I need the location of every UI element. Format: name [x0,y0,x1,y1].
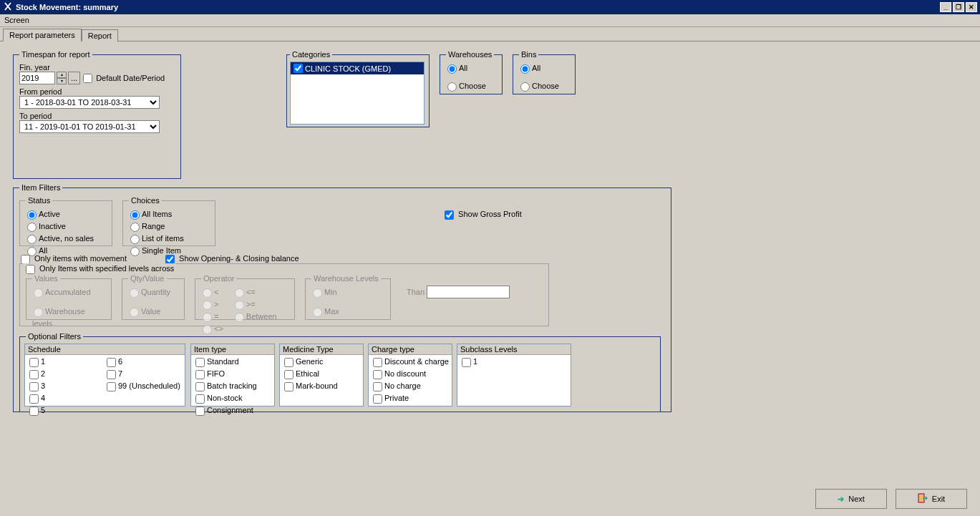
next-label: Next [848,495,865,503]
itemtype-nonstock[interactable]: Non-stock [194,393,271,405]
choice-all[interactable]: All Items [129,209,209,221]
status-legend: Status [26,196,52,205]
operator-legend: Operator [201,274,236,283]
chargetype-box: Charge type Discount & charge No discoun… [368,344,452,407]
medtype-generic[interactable]: Generic [283,356,360,369]
schedule-box: Schedule 1 2 3 4 5 6 7 99 (Unscheduled) [24,344,185,407]
timespan-group: Timespan for report Fin. year ▴ ▾ ... De… [13,50,181,179]
whl-group: Warehouse Levels Min Max [305,274,391,320]
status-inactive[interactable]: Inactive [26,221,106,233]
fin-year-input[interactable] [19,72,55,84]
warehouses-choose[interactable]: Choose [446,81,496,93]
only-movement-label: Only items with movement [34,254,127,263]
to-period-label: To period [19,112,52,120]
op-lt: < [201,287,223,299]
schedule-2[interactable]: 2 [28,369,100,381]
maximize-button[interactable]: ❐ [953,2,964,12]
itemtype-fifo[interactable]: FIFO [194,369,271,381]
values-acc: Accumulated [32,287,105,299]
operator-group: Operator < > = <> <= >= Between [195,274,295,320]
medtype-ethical[interactable]: Ethical [283,369,360,381]
status-group: Status Active Inactive Active, no sales … [19,196,112,246]
charge-private[interactable]: Private [372,393,449,405]
op-ge: >= [233,299,277,311]
whl-legend: Warehouse Levels [311,274,381,283]
schedule-7[interactable]: 7 [105,369,180,381]
schedule-99[interactable]: 99 (Unscheduled) [105,381,180,393]
window-title: Stock Movement: summary [16,3,118,11]
tab-report-parameters[interactable]: Report parameters [3,29,82,42]
itemtype-consignment[interactable]: Consignment [194,405,271,417]
subclass-1[interactable]: 1 [460,356,568,369]
show-opening-label: Show Opening- & Closing balance [179,254,299,263]
charge-nodiscount[interactable]: No discount [372,369,449,381]
schedule-1[interactable]: 1 [28,356,100,369]
choice-range[interactable]: Range [129,221,209,233]
fin-year-browse-button[interactable]: ... [68,72,80,84]
content-area: Timespan for report Fin. year ▴ ▾ ... De… [0,42,980,56]
itemtype-batch[interactable]: Batch tracking [194,381,271,393]
optional-filters-group: Optional Filters Schedule 1 2 3 4 5 6 7 … [19,332,661,412]
itemtype-standard[interactable]: Standard [194,356,271,369]
only-levels-label: Only Items with specified levels across [39,264,174,273]
chargetype-header: Charge type [369,344,452,355]
schedule-3[interactable]: 3 [28,381,100,393]
charge-discount[interactable]: Discount & charge [372,356,449,369]
whl-min: Min [311,287,384,299]
medtype-box: Medicine Type Generic Ethical Mark-bound [279,344,364,407]
schedule-header: Schedule [25,344,185,355]
schedule-6[interactable]: 6 [105,356,180,369]
spinner-up[interactable]: ▴ [57,72,67,78]
close-button[interactable]: ✕ [966,2,977,12]
tab-report[interactable]: Report [82,29,118,42]
tabbar: Report parameters Report [0,27,980,42]
default-date-label: Default Date/Period [96,74,165,82]
from-period-select[interactable]: 1 - 2018-03-01 TO 2018-03-31 [19,96,160,109]
itemtype-header: Item type [191,344,274,355]
values-legend: Values [32,274,60,283]
spinner-down[interactable]: ▾ [57,78,67,84]
optional-filters-legend: Optional Filters [26,332,83,341]
only-levels-checkbox[interactable] [26,265,35,274]
charge-nocharge[interactable]: No charge [372,381,449,393]
to-period-select[interactable]: 11 - 2019-01-01 TO 2019-01-31 [19,120,160,133]
exit-button[interactable]: Exit [896,489,967,509]
status-no-sales[interactable]: Active, no sales [26,233,106,245]
exit-icon [918,493,928,505]
op-gt: > [201,299,223,311]
values-whl: Warehouse levels [32,306,105,329]
itemtype-box: Item type Standard FIFO Batch tracking N… [190,344,275,407]
bins-legend: Bins [519,50,538,59]
whl-max: Max [311,306,384,318]
status-active[interactable]: Active [26,209,106,221]
bins-all[interactable]: All [519,63,569,75]
default-date-checkbox[interactable] [83,74,92,83]
op-le: <= [233,287,277,299]
titlebar: Stock Movement: summary _ ❐ ✕ [0,0,980,14]
qtyval-qty: Quantity [128,287,178,299]
show-gross-profit-checkbox[interactable] [445,210,454,220]
qtyval-group: Qty/Value Quantity Value [122,274,185,320]
category-item[interactable]: CLINIC STOCK (GMED) [291,62,424,74]
minimize-button[interactable]: _ [940,2,951,12]
subclass-box: Subclass Levels 1 [457,344,571,407]
menu-screen[interactable]: Screen [4,16,29,24]
warehouses-legend: Warehouses [446,50,494,59]
op-eq: = [201,311,223,323]
fin-year-label: Fin. year [19,63,50,72]
than-input [427,286,510,298]
choice-list[interactable]: List of items [129,233,209,245]
fin-year-spinner[interactable]: ▴ ▾ [57,72,67,84]
next-button[interactable]: ➔ Next [815,489,887,509]
category-checkbox[interactable] [293,64,303,73]
schedule-5[interactable]: 5 [28,405,100,417]
bins-choose[interactable]: Choose [519,81,569,93]
next-arrow-icon: ➔ [838,495,844,504]
schedule-4[interactable]: 4 [28,393,100,405]
medtype-markbound[interactable]: Mark-bound [283,381,360,393]
choices-group: Choices All Items Range List of items Si… [122,196,215,246]
categories-group: Categories CLINIC STOCK (GMED) [286,50,430,127]
warehouses-group: Warehouses All Choose [440,50,503,94]
categories-listbox[interactable]: CLINIC STOCK (GMED) [290,62,424,125]
warehouses-all[interactable]: All [446,63,496,75]
